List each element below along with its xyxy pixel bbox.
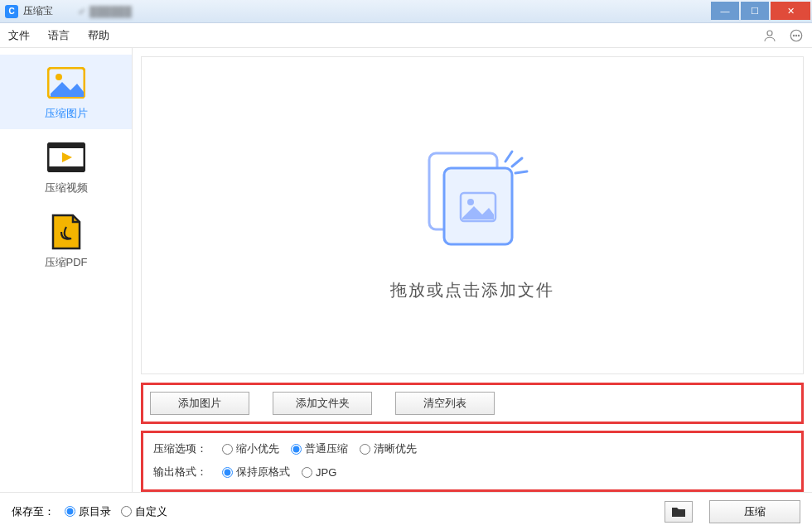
app-icon: C	[5, 5, 18, 18]
svg-point-2	[793, 35, 794, 36]
svg-point-14	[467, 199, 474, 205]
svg-point-6	[56, 74, 62, 80]
radio-original-dir[interactable]: 原目录	[65, 504, 111, 519]
drop-zone[interactable]: 拖放或点击添加文件	[141, 56, 804, 374]
format-option-row: 输出格式： 保持原格式 JPG	[153, 465, 791, 479]
menu-help[interactable]: 帮助	[88, 28, 109, 43]
dropzone-text: 拖放或点击添加文件	[390, 279, 554, 301]
radio-keep-format[interactable]: 保持原格式	[222, 465, 290, 479]
sidebar: 压缩图片 压缩视频 压缩PDF	[0, 48, 133, 492]
radio-normal-compress[interactable]: 普通压缩	[291, 441, 348, 456]
svg-line-17	[515, 171, 527, 173]
sidebar-item-pdf[interactable]: 压缩PDF	[0, 204, 132, 278]
folder-icon	[671, 506, 686, 518]
video-icon	[46, 141, 86, 174]
radio-jpg-format[interactable]: JPG	[302, 466, 336, 479]
compress-button[interactable]: 压缩	[709, 500, 800, 523]
pdf-icon	[46, 215, 86, 248]
compress-option-row: 压缩选项： 缩小优先 普通压缩 清晰优先	[153, 441, 791, 456]
user-icon[interactable]	[762, 28, 777, 43]
svg-point-4	[798, 35, 799, 36]
radio-clarity-priority[interactable]: 清晰优先	[360, 441, 417, 456]
add-image-button[interactable]: 添加图片	[150, 392, 249, 415]
format-option-label: 输出格式：	[153, 465, 207, 479]
close-button[interactable]: ✕	[771, 2, 810, 20]
title-bar: C 压缩宝 ✔██████ — ☐ ✕	[0, 0, 812, 23]
sidebar-item-label: 压缩视频	[45, 181, 88, 195]
svg-line-15	[505, 152, 512, 161]
svg-rect-9	[48, 166, 85, 171]
radio-custom-dir[interactable]: 自定义	[121, 504, 167, 519]
clear-list-button[interactable]: 清空列表	[395, 392, 495, 415]
minimize-button[interactable]: —	[711, 2, 739, 20]
chat-icon[interactable]	[789, 28, 804, 43]
browse-folder-button[interactable]	[665, 501, 693, 523]
svg-line-16	[512, 158, 522, 166]
add-folder-button[interactable]: 添加文件夹	[273, 392, 372, 415]
sidebar-item-image[interactable]: 压缩图片	[0, 55, 132, 129]
footer-bar: 保存至： 原目录 自定义 压缩	[0, 492, 812, 530]
options-panel: 压缩选项： 缩小优先 普通压缩 清晰优先 输出格式： 保持原格式 JPG	[141, 431, 804, 492]
menu-language[interactable]: 语言	[48, 28, 70, 43]
radio-shrink-priority[interactable]: 缩小优先	[222, 441, 279, 456]
compress-option-label: 压缩选项：	[153, 441, 207, 456]
dropzone-illustration-icon	[406, 130, 539, 263]
sidebar-item-video[interactable]: 压缩视频	[0, 129, 132, 204]
image-icon	[46, 66, 86, 99]
maximize-button[interactable]: ☐	[741, 2, 769, 20]
action-button-row: 添加图片 添加文件夹 清空列表	[141, 383, 804, 424]
svg-marker-10	[62, 152, 72, 162]
sidebar-item-label: 压缩PDF	[45, 255, 88, 270]
menu-file[interactable]: 文件	[8, 28, 30, 43]
background-blur: ✔██████	[78, 6, 132, 17]
window-title: 压缩宝	[23, 4, 53, 18]
save-to-label: 保存至：	[12, 504, 55, 519]
svg-point-3	[795, 35, 796, 36]
window-controls: — ☐ ✕	[711, 0, 812, 22]
svg-point-0	[767, 31, 772, 36]
menu-bar: 文件 语言 帮助	[0, 23, 812, 48]
svg-rect-8	[48, 143, 85, 148]
sidebar-item-label: 压缩图片	[45, 106, 88, 121]
svg-rect-12	[444, 168, 512, 244]
main-panel: 拖放或点击添加文件 添加图片 添加文件夹 清空列表 压缩选项： 缩小优先 普通压…	[133, 48, 812, 492]
